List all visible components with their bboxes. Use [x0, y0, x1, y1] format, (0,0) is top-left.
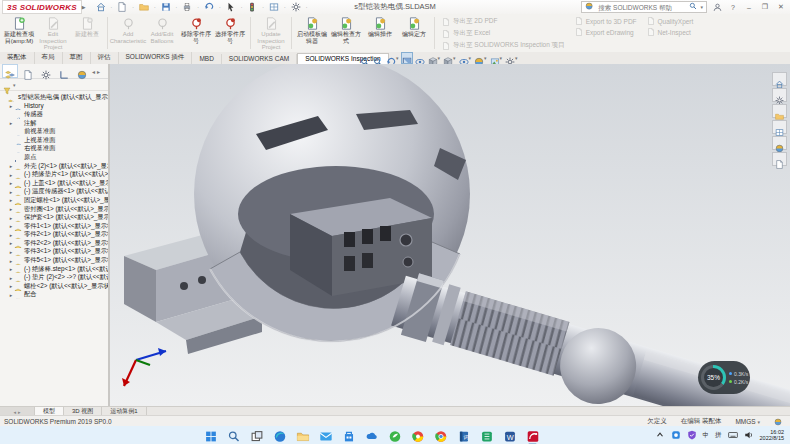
component[interactable]: ▸零件5<1> (默认<<默认>_显示状态 [2, 256, 108, 265]
speaker-icon[interactable] [744, 430, 754, 440]
panel-tab-scroll-arrow[interactable]: ◂ [92, 68, 95, 75]
history-folder[interactable]: ▸History [2, 102, 108, 111]
component[interactable]: ▸零件2<1> (默认<<默认>_显示状态 [2, 231, 108, 240]
taskbar-start-icon[interactable] [203, 428, 217, 442]
taskpane-tab-design-library[interactable] [772, 88, 787, 102]
component[interactable]: ▸零件1<1> (默认<<默认>_显示状态 [2, 222, 108, 231]
top-plane[interactable]: 上视基准面 [2, 136, 108, 145]
display-settings-icon[interactable] [269, 2, 279, 12]
section-view-button[interactable] [402, 53, 412, 63]
taskbar-dictionary-app-icon[interactable]: 词 [456, 428, 470, 442]
tray-shield-icon[interactable] [687, 430, 697, 440]
front-plane[interactable]: 前视基准面 [2, 127, 108, 136]
dynamic-annotation-button[interactable] [415, 53, 425, 63]
panel-tab-feature-manager[interactable] [2, 64, 18, 78]
dropdown-caret[interactable]: ▾ [500, 55, 503, 61]
taskpane-tab-custom-properties[interactable] [772, 152, 787, 166]
component[interactable]: ▸螺栓<2> (默认<<默认>_显示状态 [2, 282, 108, 291]
tab-solidworks-cam[interactable]: SOLIDWORKS CAM [222, 54, 297, 64]
component[interactable]: ▸零件2<2> (默认<<默认>_显示状态 [2, 239, 108, 248]
graphics-viewport[interactable]: 35% 0.3K/s 0.2K/s [110, 64, 790, 406]
dropdown-caret[interactable]: ▾ [396, 55, 399, 61]
taskbar-onedrive-icon[interactable] [364, 428, 378, 442]
component[interactable]: ▸外壳 (2)<1> (默认<<默认>_显示状 [2, 162, 108, 171]
right-plane[interactable]: 右视基准面 [2, 145, 108, 154]
save-icon[interactable] [161, 2, 171, 12]
tab-装配体[interactable]: 装配体 [0, 52, 35, 64]
panel-tab-scroll-arrow[interactable]: ▸ [97, 68, 100, 75]
dropdown-caret[interactable]: ▾ [484, 55, 487, 61]
minimize-button[interactable]: – [744, 4, 754, 11]
taskbar-solidworks-icon[interactable] [525, 428, 539, 442]
tree-filter-row[interactable]: ▾ [0, 79, 108, 91]
search-input[interactable] [596, 3, 686, 12]
edit-operations-button[interactable]: 编辑操作 [363, 15, 397, 51]
component[interactable]: ▸密封圈<1> (默认<<默认>_显示状 [2, 205, 108, 214]
net-speed-widget[interactable]: 35% 0.3K/s 0.2K/s [698, 361, 750, 394]
undo-icon[interactable] [204, 2, 214, 12]
previous-view-button[interactable]: ▾ [386, 53, 399, 63]
ime-language[interactable]: 中 [703, 431, 710, 440]
taskbar-mail-icon[interactable] [318, 428, 332, 442]
select-balloons-button[interactable]: 选择零件序号 [213, 15, 247, 51]
view-orientation-button[interactable]: ▾ [428, 53, 441, 63]
options-gear-icon[interactable] [291, 2, 301, 12]
clock[interactable]: 16:022022/8/15 [760, 429, 784, 442]
close-button[interactable]: ✕ [776, 3, 786, 11]
component[interactable]: ▸(-) 绝缘棒.step<1> (默认<<默认> [2, 265, 108, 274]
component[interactable]: ▸(-) 上盖<1> (默认<<默认>_显示状 [2, 179, 108, 188]
panel-tab-property-manager[interactable] [20, 64, 36, 78]
zoom-area-button[interactable] [373, 53, 383, 63]
dropdown-caret[interactable]: ▾ [515, 55, 518, 61]
taskbar-store-icon[interactable] [341, 428, 355, 442]
edit-custom-method-button[interactable]: 编辑定方 [397, 15, 431, 51]
taskpane-tab-file-explorer[interactable] [772, 104, 787, 118]
component[interactable]: ▸(-) 垫片 (2)<2> ->? (默认<<默认 [2, 273, 108, 282]
select-cursor-icon[interactable] [226, 2, 236, 12]
taskbar-file-explorer-icon[interactable] [295, 428, 309, 442]
remove-balloons-button[interactable]: 移除零件序号 [179, 15, 213, 51]
panel-tab-dimxpert-manager[interactable] [56, 64, 72, 78]
touch-keyboard-icon[interactable] [728, 430, 738, 440]
panel-tab-display-manager[interactable] [74, 64, 90, 78]
component[interactable]: ▸(-) 温度传感器<1> (默认<<默认>_ [2, 188, 108, 197]
taskbar-color-wheel-app-icon[interactable] [410, 428, 424, 442]
search-dropdown-caret[interactable]: ▾ [700, 4, 703, 10]
annotations-folder[interactable]: ▸A注解 [2, 119, 108, 128]
tab-布局[interactable]: 布局 [35, 52, 63, 64]
component[interactable]: ▸(-) 绝缘垫片<1> (默认<<默认>_显 [2, 170, 108, 179]
taskbar-search-icon[interactable] [226, 428, 240, 442]
tab-评估[interactable]: 评估 [91, 52, 119, 64]
tab-草图[interactable]: 草图 [63, 52, 91, 64]
tab-mbd[interactable]: MBD [192, 54, 221, 64]
tab-solidworks-插件[interactable]: SOLIDWORKS 插件 [119, 52, 193, 64]
login-icon[interactable] [713, 3, 722, 12]
home-icon[interactable] [96, 2, 106, 12]
filter-caret[interactable]: ▾ [13, 82, 16, 88]
apply-scene-button[interactable]: ▾ [490, 53, 503, 63]
tray-chevron-icon[interactable] [655, 430, 665, 440]
units-selector[interactable]: MMGS ▾ [735, 418, 760, 425]
dropdown-caret[interactable]: ▾ [438, 55, 441, 61]
mates-folder[interactable]: ▸配合 [2, 291, 108, 300]
sensors-folder[interactable]: 传感器 [2, 110, 108, 119]
taskpane-tab-view-palette[interactable] [772, 120, 787, 134]
view-settings-button[interactable]: ▾ [505, 53, 518, 63]
tray-chat-icon[interactable] [671, 430, 681, 440]
component[interactable]: ▸零件3<1> (默认<<默认>_显示状态 [2, 248, 108, 257]
filter-funnel-icon[interactable] [3, 81, 11, 89]
help-button[interactable]: ? [728, 4, 738, 11]
ime-mode[interactable]: 拼 [715, 431, 722, 440]
panel-tab-configuration-manager[interactable] [38, 64, 54, 78]
taskbar-chrome-icon[interactable] [433, 428, 447, 442]
rebuild-icon[interactable] [247, 2, 257, 12]
logo-expand-arrow[interactable]: ▶ [82, 4, 86, 10]
edit-inspection-methods-button[interactable]: 编辑检查方式 [329, 15, 363, 51]
display-style-button[interactable]: ▾ [443, 53, 456, 63]
globe-icon[interactable] [774, 418, 782, 426]
hide-show-items-button[interactable]: ▾ [459, 53, 472, 63]
component[interactable]: ▸保护套<1> (默认<<默认>_显示状 [2, 213, 108, 222]
new-inspection-project-button[interactable]: 新建检查项目(amp:M) [2, 15, 36, 51]
print-icon[interactable] [182, 2, 192, 12]
model-3d[interactable] [110, 64, 790, 406]
